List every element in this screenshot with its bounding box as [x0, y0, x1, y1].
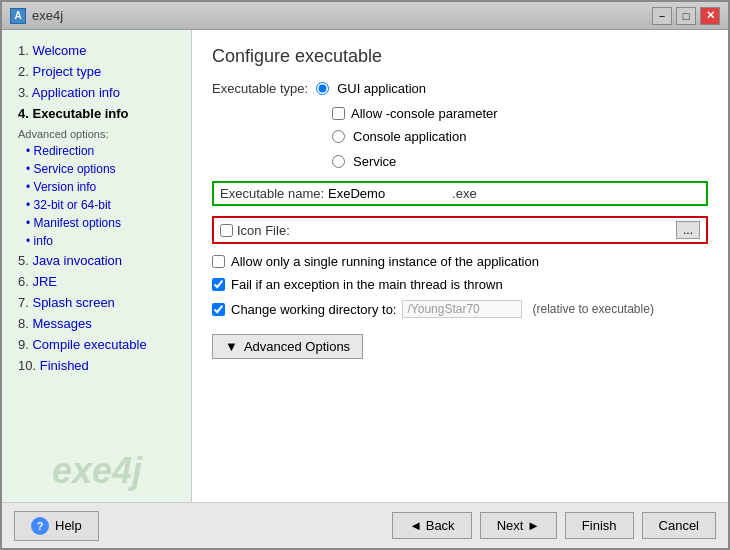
- exe-name-label: Executable name:: [220, 186, 324, 201]
- window-controls: − □ ✕: [652, 7, 720, 25]
- content-area: Configure executable Executable type: GU…: [192, 30, 728, 502]
- sidebar-item-application-info[interactable]: 3. Application info: [2, 82, 191, 103]
- footer: ? Help ◄ Back Next ► Finish Cancel: [2, 502, 728, 548]
- sidebar-item-jre[interactable]: 6. JRE: [2, 271, 191, 292]
- sidebar-sub-service-options[interactable]: Service options: [2, 160, 191, 178]
- window-title: exe4j: [32, 8, 63, 23]
- change-dir-row: Change working directory to: (relative t…: [212, 300, 708, 318]
- sidebar-logo: exe4j: [2, 449, 192, 492]
- main-content: 1. Welcome 2. Project type 3. Applicatio…: [2, 30, 728, 502]
- exe-name-row: Executable name: .exe: [212, 181, 708, 206]
- single-instance-row: Allow only a single running instance of …: [212, 254, 708, 269]
- titlebar: A exe4j − □ ✕: [2, 2, 728, 30]
- executable-type-label: Executable type:: [212, 81, 308, 96]
- sidebar-sub-redirection[interactable]: Redirection: [2, 142, 191, 160]
- page-title: Configure executable: [212, 46, 708, 67]
- sidebar-sub-version-info[interactable]: Version info: [2, 178, 191, 196]
- service-radio-row: Service: [332, 154, 708, 169]
- exe-suffix: .exe: [452, 186, 477, 201]
- console-radio-label: Console application: [353, 129, 466, 144]
- titlebar-left: A exe4j: [10, 8, 63, 24]
- help-button[interactable]: ? Help: [14, 511, 99, 541]
- service-radio[interactable]: [332, 155, 345, 168]
- allow-console-checkbox[interactable]: [332, 107, 345, 120]
- sidebar-sub-manifest-options[interactable]: Manifest options: [2, 214, 191, 232]
- sidebar-item-compile-executable[interactable]: 9. Compile executable: [2, 334, 191, 355]
- icon-file-row: Icon File: ...: [212, 216, 708, 244]
- advanced-options-arrow: ▼: [225, 339, 238, 354]
- close-button[interactable]: ✕: [700, 7, 720, 25]
- gui-radio[interactable]: [316, 82, 329, 95]
- change-dir-label: Change working directory to:: [231, 302, 396, 317]
- sidebar-sub-32-64-bit[interactable]: 32-bit or 64-bit: [2, 196, 191, 214]
- next-button[interactable]: Next ►: [480, 512, 557, 539]
- console-radio[interactable]: [332, 130, 345, 143]
- footer-left: ? Help: [14, 511, 384, 541]
- back-button[interactable]: ◄ Back: [392, 512, 471, 539]
- working-dir-input[interactable]: [402, 300, 522, 318]
- icon-file-label: Icon File:: [237, 223, 290, 238]
- executable-type-row: Executable type: GUI application: [212, 81, 708, 96]
- help-icon: ?: [31, 517, 49, 535]
- icon-file-input[interactable]: [294, 223, 672, 238]
- single-instance-checkbox[interactable]: [212, 255, 225, 268]
- sidebar-item-splash-screen[interactable]: 7. Splash screen: [2, 292, 191, 313]
- browse-button[interactable]: ...: [676, 221, 700, 239]
- cancel-button[interactable]: Cancel: [642, 512, 716, 539]
- change-dir-hint: (relative to executable): [532, 302, 653, 316]
- sidebar-item-java-invocation[interactable]: 5. Java invocation: [2, 250, 191, 271]
- exe-name-input[interactable]: [328, 186, 448, 201]
- gui-radio-label: GUI application: [337, 81, 426, 96]
- fail-exception-label: Fail if an exception in the main thread …: [231, 277, 503, 292]
- sidebar-item-messages[interactable]: 8. Messages: [2, 313, 191, 334]
- sidebar-sub-info[interactable]: info: [2, 232, 191, 250]
- allow-console-label: Allow -console parameter: [351, 106, 498, 121]
- sidebar-item-welcome[interactable]: 1. Welcome: [2, 40, 191, 61]
- app-icon: A: [10, 8, 26, 24]
- advanced-options-label: Advanced options:: [2, 124, 191, 142]
- sidebar-item-project-type[interactable]: 2. Project type: [2, 61, 191, 82]
- icon-file-checkbox[interactable]: [220, 224, 233, 237]
- advanced-options-label: Advanced Options: [244, 339, 350, 354]
- single-instance-label: Allow only a single running instance of …: [231, 254, 539, 269]
- restore-button[interactable]: □: [676, 7, 696, 25]
- minimize-button[interactable]: −: [652, 7, 672, 25]
- console-radio-row: Console application: [332, 129, 708, 144]
- service-radio-label: Service: [353, 154, 396, 169]
- sidebar-nav: 1. Welcome 2. Project type 3. Applicatio…: [2, 30, 192, 386]
- sidebar-item-executable-info[interactable]: 4. Executable info: [2, 103, 191, 124]
- fail-exception-checkbox[interactable]: [212, 278, 225, 291]
- advanced-options-button[interactable]: ▼ Advanced Options: [212, 334, 363, 359]
- fail-exception-row: Fail if an exception in the main thread …: [212, 277, 708, 292]
- sidebar-item-finished[interactable]: 10. Finished: [2, 355, 191, 376]
- change-dir-checkbox[interactable]: [212, 303, 225, 316]
- allow-console-row: Allow -console parameter: [332, 106, 708, 121]
- finish-button[interactable]: Finish: [565, 512, 634, 539]
- sidebar: 1. Welcome 2. Project type 3. Applicatio…: [2, 30, 192, 502]
- main-window: A exe4j − □ ✕ 1. Welcome 2. Project type…: [0, 0, 730, 550]
